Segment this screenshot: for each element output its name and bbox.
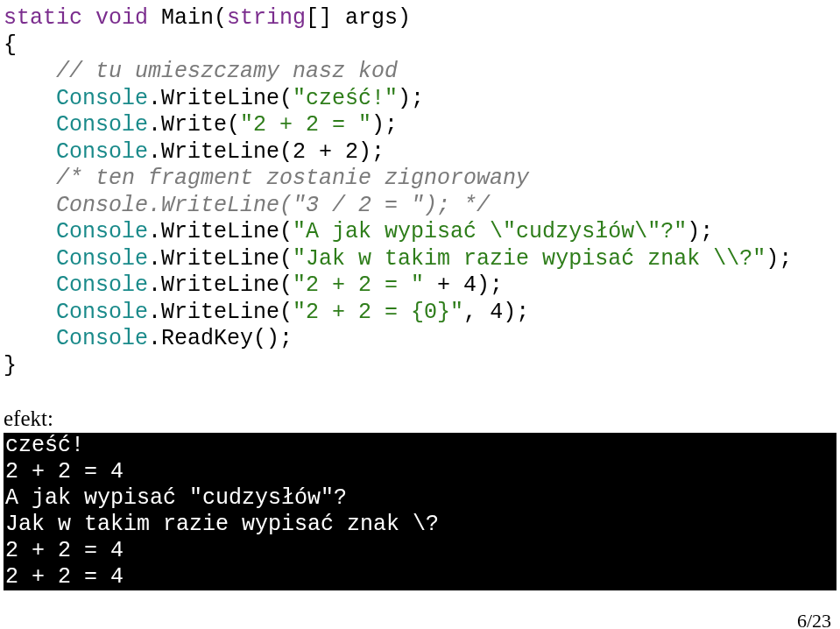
call-end: , 4); (463, 300, 529, 325)
indent (4, 59, 56, 84)
method-call: .WriteLine( (148, 300, 293, 325)
indent (4, 272, 56, 298)
code-block: static void Main(string[] args) { // tu … (4, 5, 836, 379)
indent (4, 86, 56, 111)
indent (4, 219, 56, 244)
brace-close: } (4, 353, 17, 378)
class-console: Console (56, 112, 148, 138)
call-end: ); (398, 86, 424, 111)
brace-open: { (4, 32, 17, 58)
class-console: Console (56, 326, 148, 351)
page-number: 6/23 (4, 610, 836, 630)
comment-block: /* ten fragment zostanie zignorowany (56, 166, 529, 191)
indent (4, 300, 56, 325)
params: [] args) (306, 5, 411, 31)
class-console: Console (56, 219, 148, 244)
call-end: ); (687, 219, 713, 244)
string-literal: "2 + 2 = {0}" (293, 300, 463, 325)
method-name: Main( (148, 5, 227, 31)
indent (4, 166, 56, 191)
call-end: + 4); (424, 272, 503, 298)
comment-block: Console.WriteLine("3 / 2 = "); */ (56, 193, 490, 218)
indent (4, 246, 56, 272)
string-literal: "Jak w takim razie wypisać znak \\?" (293, 246, 766, 272)
method-call: .WriteLine( (148, 272, 293, 298)
indent (4, 112, 56, 138)
call-end: ); (371, 112, 398, 138)
method-call: .WriteLine(2 + 2); (148, 139, 385, 165)
comment-line: // tu umieszczamy nasz kod (56, 59, 398, 84)
string-literal: "cześć!" (293, 86, 398, 111)
method-call: .WriteLine( (148, 219, 293, 244)
kw-void: void (95, 5, 148, 31)
method-call: .WriteLine( (148, 86, 293, 111)
class-console: Console (56, 300, 148, 325)
class-console: Console (56, 86, 148, 111)
class-console: Console (56, 246, 148, 272)
method-call: .WriteLine( (148, 246, 293, 272)
indent (4, 193, 56, 218)
indent (4, 139, 56, 165)
indent (4, 326, 56, 351)
string-literal: "2 + 2 = " (240, 112, 371, 138)
method-call: .ReadKey(); (148, 326, 293, 351)
string-literal: "2 + 2 = " (293, 272, 424, 298)
kw-string: string (227, 5, 306, 31)
console-output: cześć! 2 + 2 = 4 A jak wypisać "cudzysłó… (4, 433, 836, 590)
method-call: .Write( (148, 112, 240, 138)
class-console: Console (56, 139, 148, 165)
kw-static: static (4, 5, 82, 31)
class-console: Console (56, 272, 148, 298)
effect-label: efekt: (4, 406, 836, 433)
call-end: ); (766, 246, 792, 272)
string-literal: "A jak wypisać \"cudzysłów\"?" (293, 219, 687, 244)
